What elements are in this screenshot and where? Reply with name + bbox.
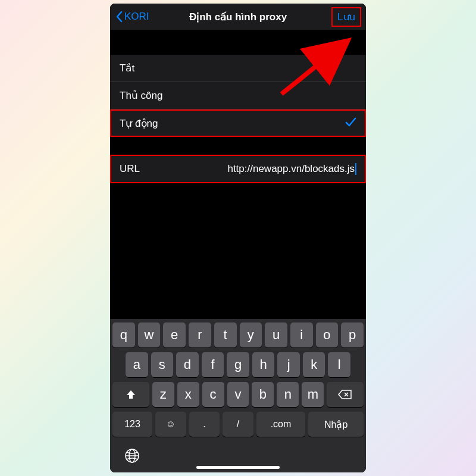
dot-key[interactable]: .: [189, 412, 220, 437]
key-a[interactable]: a: [126, 352, 148, 377]
dotcom-key[interactable]: .com: [256, 412, 306, 437]
shift-key[interactable]: [112, 382, 149, 407]
key-s[interactable]: s: [151, 352, 174, 377]
key-i[interactable]: i: [290, 322, 313, 347]
option-manual[interactable]: Thủ công: [110, 82, 366, 109]
key-v[interactable]: v: [227, 382, 249, 407]
navbar: KORI Định cấu hình proxy Lưu: [110, 4, 366, 30]
content: Tắt Thủ công Tự động URL http://newapp.v…: [110, 30, 366, 183]
url-group: URL http://newapp.vn/blockads.js: [110, 155, 366, 183]
key-x[interactable]: x: [177, 382, 199, 407]
option-off[interactable]: Tắt: [110, 55, 366, 82]
key-z[interactable]: z: [152, 382, 174, 407]
backspace-icon: [338, 389, 352, 400]
option-manual-label: Thủ công: [120, 89, 162, 102]
key-c[interactable]: c: [202, 382, 224, 407]
phone-screen: KORI Định cấu hình proxy Lưu Tắt Thủ côn…: [110, 4, 366, 472]
back-label: KORI: [124, 11, 149, 23]
key-f[interactable]: f: [202, 352, 224, 377]
key-j[interactable]: j: [277, 352, 300, 377]
home-indicator: [196, 466, 280, 469]
key-m[interactable]: m: [302, 382, 324, 407]
keyboard: qwertyuiop asdfghjkl zxcvbnm 123 ☺ . / .…: [110, 319, 366, 472]
key-y[interactable]: y: [240, 322, 262, 347]
key-k[interactable]: k: [303, 352, 325, 377]
key-q[interactable]: q: [112, 322, 135, 347]
chevron-left-icon: [115, 11, 123, 23]
key-d[interactable]: d: [176, 352, 199, 377]
key-b[interactable]: b: [252, 382, 274, 407]
url-label: URL: [120, 163, 140, 175]
text-cursor: [355, 163, 356, 175]
check-icon: [345, 116, 356, 131]
globe-icon[interactable]: [124, 448, 140, 464]
key-p[interactable]: p: [341, 322, 364, 347]
option-auto[interactable]: Tự động: [110, 109, 366, 137]
backspace-key[interactable]: [327, 382, 364, 407]
back-button[interactable]: KORI: [115, 11, 149, 23]
url-row[interactable]: URL http://newapp.vn/blockads.js: [110, 155, 366, 183]
key-w[interactable]: w: [138, 322, 161, 347]
emoji-key[interactable]: ☺: [155, 412, 186, 437]
option-auto-label: Tự động: [120, 117, 158, 130]
option-off-label: Tắt: [120, 62, 134, 74]
key-n[interactable]: n: [277, 382, 299, 407]
url-input[interactable]: http://newapp.vn/blockads.js: [140, 163, 355, 175]
key-e[interactable]: e: [163, 322, 186, 347]
key-h[interactable]: h: [252, 352, 275, 377]
key-r[interactable]: r: [189, 322, 211, 347]
numbers-key[interactable]: 123: [112, 412, 152, 437]
shift-icon: [125, 389, 137, 400]
slash-key[interactable]: /: [223, 412, 253, 437]
key-g[interactable]: g: [227, 352, 249, 377]
save-button[interactable]: Lưu: [331, 7, 361, 27]
key-u[interactable]: u: [265, 322, 287, 347]
enter-key[interactable]: Nhập: [308, 412, 364, 437]
key-l[interactable]: l: [328, 352, 350, 377]
key-o[interactable]: o: [316, 322, 339, 347]
key-t[interactable]: t: [214, 322, 237, 347]
proxy-mode-group: Tắt Thủ công Tự động: [110, 55, 366, 137]
